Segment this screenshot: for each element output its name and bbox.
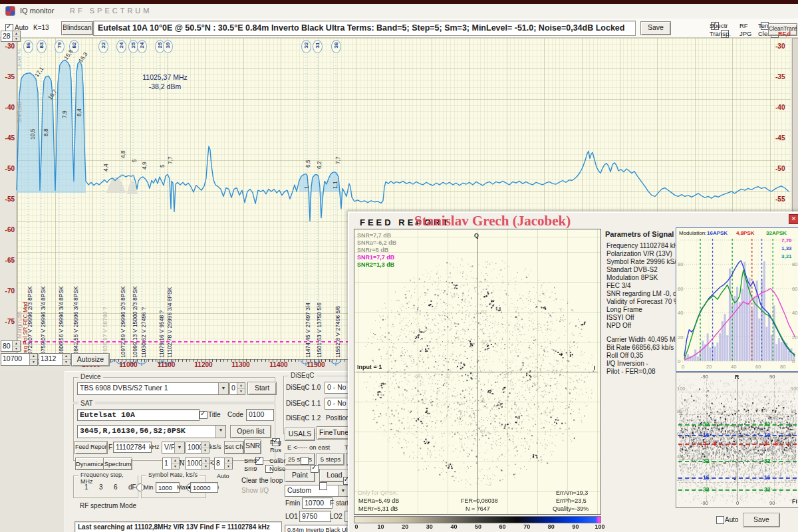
modulation-value: 3,21 <box>781 253 792 259</box>
fer-value: FER=0,08038 <box>461 497 498 504</box>
snr-button[interactable]: SNR <box>244 440 261 454</box>
snr-readout: SNRa=-6,2 dB <box>357 239 396 246</box>
step3-label: 3 <box>99 483 103 491</box>
signal-param: Modulation 8PSK <box>606 274 682 282</box>
set-channel-button[interactable]: Set Channel <box>224 441 244 454</box>
tuner-select[interactable]: TBS 6908 DVBS/S2 Tuner 1 <box>77 382 229 395</box>
spinner-arrows-icon[interactable] <box>29 354 37 365</box>
phase-center-line <box>737 378 738 502</box>
snr-readout: SNR1=7,7 dB <box>357 254 394 261</box>
symbolrate-spinner[interactable]: 1000 <box>186 442 209 454</box>
mod-y-tick: 40 <box>678 310 683 316</box>
q-axis-label: Q <box>474 232 479 239</box>
phase-threshold-value: 4 <box>764 440 767 447</box>
diseqc12-label: DiSEqC 1.2 <box>286 414 321 422</box>
satellite-input[interactable]: Eutelsat 10A <box>77 409 200 421</box>
phase-auto-label: Auto <box>725 516 739 523</box>
phase-save-button[interactable]: Save <box>743 513 780 527</box>
mod-x-tick: 20 <box>706 364 712 370</box>
tuner-number-spinner[interactable]: 0 <box>229 382 245 395</box>
min-label: Min <box>144 484 154 491</box>
usals-button[interactable]: USALS <box>285 428 315 441</box>
sr-auto-checkbox[interactable] <box>319 482 327 490</box>
max-input[interactable]: 10000 <box>190 482 218 493</box>
phase-y-label: 40 <box>677 454 682 460</box>
calibr-checkbox[interactable] <box>301 457 309 465</box>
device-groupbox-label: Device <box>78 373 103 380</box>
chevron-down-icon[interactable] <box>215 426 225 438</box>
mod-y-tick: 20 <box>792 334 797 340</box>
chevron-down-icon[interactable] <box>338 485 348 496</box>
colorbar-tick: 0 <box>348 523 364 530</box>
range-preset-select[interactable]: Custom <box>285 485 348 497</box>
signal-params-list2: Carrier Width 40,495 MHzBit Rate 66856,6… <box>606 336 684 376</box>
phase-y-label: 80 <box>677 408 682 414</box>
modulation-value: 7,70 <box>781 237 792 243</box>
input-label: Input = 1 <box>357 364 382 370</box>
phase-gridline <box>679 414 796 415</box>
steps5-button[interactable]: 5 steps <box>317 453 344 466</box>
f-label: F <box>108 444 112 451</box>
colorbar-tick: 80 <box>543 523 559 530</box>
modulation-legend-item: 16APSK <box>707 230 728 236</box>
code-label: Code <box>227 411 243 418</box>
autosize-button[interactable]: Autosize <box>71 353 110 366</box>
y-min-spinner[interactable]: 80 <box>1 340 21 352</box>
spinner-arrows-icon[interactable] <box>12 341 20 351</box>
phase-threshold-value: 16 <box>764 474 770 481</box>
fmin-input[interactable]: 10700 <box>302 497 332 509</box>
colorbar-tick: 90 <box>567 523 583 530</box>
phase-threshold-value: 32 <box>764 486 770 493</box>
spinner-arrows-icon[interactable] <box>62 354 70 365</box>
n8-spinner[interactable]: 8 <box>214 458 233 469</box>
n1000-spinner[interactable]: 1000 <box>185 458 210 469</box>
start-button[interactable]: Start <box>247 382 277 395</box>
freq-start-spinner[interactable]: 10700 <box>1 353 38 366</box>
phase-gridline <box>679 392 796 392</box>
steps25-button[interactable]: 25 steps <box>285 453 315 466</box>
constellation-tick: 32 <box>503 374 509 378</box>
y-max-spinner[interactable]: 28 <box>1 31 21 42</box>
merr-value: MERr=5,31 dB <box>358 505 398 512</box>
feed-report-button[interactable]: Feed Report <box>74 441 108 454</box>
spinner-arrows-icon[interactable] <box>12 31 20 41</box>
errph-value: ErrPh=23,5 <box>556 497 587 504</box>
transponder-select[interactable]: 3645,R,16130,56,S2;8PSK <box>77 425 226 438</box>
n1-spinner[interactable]: 1 <box>162 458 180 469</box>
spinner-arrows-icon[interactable] <box>171 458 179 469</box>
step1-label: 1 <box>84 483 88 491</box>
signal-param: Symbol Rate 29996 kS/s <box>606 258 682 266</box>
spinner-arrows-icon[interactable] <box>224 458 232 469</box>
spinner-arrows-icon[interactable] <box>201 458 209 469</box>
spinner-arrows-icon[interactable] <box>237 383 245 394</box>
phase-threshold-value: 8 <box>775 440 778 447</box>
signal-param: Validity of Forecast 70 % <box>606 298 682 306</box>
colorbar-tick: 50 <box>470 523 486 530</box>
app-window: IQ monitor RF SPECTRUM Auto K=13 Blindsc… <box>0 0 798 532</box>
code-input[interactable]: 0100 <box>246 409 274 421</box>
title-checkbox[interactable] <box>200 411 207 419</box>
mod-x-tick: 60 <box>755 364 761 370</box>
spectrum-button[interactable]: Spectrum <box>103 458 132 470</box>
lo1-input[interactable]: 9750 <box>299 511 331 522</box>
close-icon[interactable]: ✕ <box>789 214 798 224</box>
open-list-button[interactable]: Open list <box>230 425 271 438</box>
dynamical-button[interactable]: Dynamical <box>75 458 104 470</box>
phase-auto-checkbox[interactable] <box>716 516 724 524</box>
spinner-arrows-icon[interactable] <box>201 442 209 453</box>
chevron-down-icon[interactable] <box>174 442 184 453</box>
phase-bottom-label: -90 <box>701 500 708 506</box>
phase-threshold-value: 32 <box>764 458 770 464</box>
polarization-select[interactable]: V/R <box>162 442 185 454</box>
phase-threshold-value: 32 <box>703 458 709 464</box>
span-spinner[interactable]: 1312 <box>39 353 70 366</box>
chevron-down-icon[interactable] <box>218 383 228 394</box>
diseqc11-label: DiSEqC 1.1 <box>286 400 321 407</box>
finetune-button[interactable]: FineTune <box>317 426 351 440</box>
mod-y-tick: 20 <box>678 334 683 340</box>
modulation-label: Modulation: <box>679 230 706 236</box>
frequency-input[interactable]: 11102784 <box>113 442 152 453</box>
min-input[interactable]: 1000 <box>156 482 180 493</box>
noise-checkbox[interactable] <box>311 465 319 473</box>
snr-readout: SNR2=1,3 dB <box>357 261 394 268</box>
